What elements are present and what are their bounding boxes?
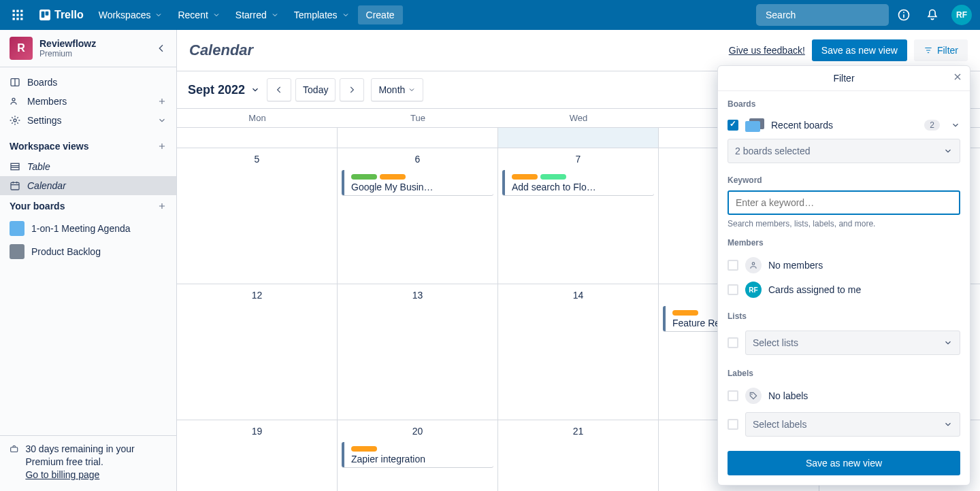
chevron-left-icon (156, 43, 167, 54)
notifications-button[interactable] (919, 4, 946, 26)
calendar-cell[interactable]: 12 (177, 284, 338, 420)
day-header: Mon (177, 109, 338, 127)
label-orange (672, 310, 698, 316)
close-icon (952, 71, 963, 82)
expand-recent-boards[interactable] (951, 120, 960, 130)
calendar-cell[interactable] (338, 128, 498, 148)
starred-menu[interactable]: Starred (229, 5, 286, 24)
search-input[interactable] (766, 10, 885, 20)
svg-rect-3 (13, 14, 15, 16)
next-button[interactable] (340, 78, 364, 101)
filter-save-view-button[interactable]: Save as new view (728, 451, 960, 475)
calendar-cell[interactable]: 7 Add search to Flo… (498, 148, 659, 284)
calendar-card[interactable]: Google My Busin… (342, 170, 493, 195)
lists-checkbox[interactable] (728, 337, 738, 348)
main-panel: Calendar Give us feedback! Save as new v… (177, 30, 980, 491)
sidebar-item-members[interactable]: Members (0, 92, 176, 111)
range-selector[interactable]: Month (371, 78, 423, 101)
sidebar-board-item[interactable]: Product Backlog (0, 240, 176, 263)
sidebar-collapse-button[interactable] (153, 40, 169, 56)
calendar-cell[interactable]: 19 (177, 420, 338, 491)
calendar-cell[interactable]: 21 (498, 420, 659, 491)
sidebar-item-boards[interactable]: Boards (0, 73, 176, 92)
filter-keyword-label: Keyword (728, 175, 960, 185)
filter-labels-label: Labels (728, 369, 960, 378)
select-labels-dropdown[interactable]: Select labels (745, 412, 960, 437)
calendar-card[interactable]: Add search to Flo… (502, 170, 654, 195)
label-orange (512, 174, 538, 180)
svg-rect-11 (46, 12, 49, 16)
chevron-down-icon (154, 11, 163, 19)
recent-boards-checkbox[interactable] (728, 120, 738, 131)
sidebar-view-table[interactable]: Table (0, 157, 176, 176)
chevron-down-icon (157, 116, 167, 125)
calendar-cell[interactable]: 20 Zapier integration (338, 420, 498, 491)
calendar-cell[interactable]: 13 (338, 284, 498, 420)
grid-icon (11, 8, 24, 22)
labels-checkbox[interactable] (728, 419, 738, 430)
day-header: Wed (498, 109, 659, 127)
plus-icon (157, 201, 167, 211)
gear-icon (10, 115, 20, 126)
add-board-button[interactable] (157, 201, 167, 211)
svg-point-16 (903, 12, 904, 13)
svg-rect-2 (20, 10, 22, 12)
svg-rect-5 (20, 14, 22, 16)
feedback-link[interactable]: Give us feedback! (729, 45, 805, 56)
no-labels-checkbox[interactable] (728, 390, 738, 401)
no-members-label: No members (768, 260, 823, 271)
person-icon (745, 257, 762, 273)
prev-button[interactable] (267, 78, 291, 101)
calendar-cell[interactable] (498, 128, 659, 148)
no-members-checkbox[interactable] (728, 260, 738, 271)
trello-logo[interactable]: Trello (33, 5, 91, 25)
search-bar[interactable] (756, 4, 889, 26)
chevron-down-icon (951, 120, 960, 130)
calendar-card[interactable]: Zapier integration (342, 442, 493, 467)
filter-button[interactable]: Filter (914, 39, 968, 61)
billing-link[interactable]: Go to billing page (25, 469, 99, 480)
workspace-views-heading: Workspace views (0, 135, 176, 157)
recent-menu[interactable]: Recent (171, 5, 227, 24)
plus-icon (157, 97, 167, 106)
your-boards-heading: Your boards (0, 195, 176, 217)
svg-rect-24 (11, 182, 19, 190)
filter-panel-header: Filter (718, 66, 970, 91)
svg-rect-4 (16, 14, 18, 16)
user-avatar-small: RF (745, 282, 762, 298)
save-view-button[interactable]: Save as new view (812, 39, 907, 61)
sidebar-item-settings[interactable]: Settings (0, 111, 176, 130)
plus-icon (157, 141, 167, 151)
today-button[interactable]: Today (295, 78, 336, 101)
workspaces-menu[interactable]: Workspaces (92, 5, 170, 24)
user-avatar[interactable]: RF (951, 5, 972, 25)
calendar-cell[interactable] (177, 128, 338, 148)
close-button[interactable] (952, 71, 963, 82)
add-view-button[interactable] (157, 141, 167, 151)
svg-point-19 (12, 98, 15, 101)
board-swatch-icon (10, 221, 24, 236)
chevron-down-icon (943, 146, 953, 156)
settings-expand-button[interactable] (157, 116, 167, 125)
select-lists-dropdown[interactable]: Select lists (745, 331, 960, 355)
chevron-down-icon (943, 420, 953, 429)
boards-selected-dropdown[interactable]: 2 boards selected (728, 139, 960, 163)
add-member-button[interactable] (157, 97, 167, 106)
calendar-cell[interactable]: 6 Google My Busin… (338, 148, 498, 284)
templates-menu[interactable]: Templates (287, 5, 357, 24)
sidebar-view-calendar[interactable]: Calendar (0, 176, 176, 195)
month-selector[interactable]: Sept 2022 (188, 83, 260, 97)
svg-rect-6 (13, 18, 15, 20)
sidebar-board-item[interactable]: 1-on-1 Meeting Agenda (0, 217, 176, 240)
calendar-cell[interactable]: 5 (177, 148, 338, 284)
filter-boards-label: Boards (728, 99, 960, 109)
create-button[interactable]: Create (358, 5, 403, 24)
info-button[interactable] (890, 4, 917, 26)
svg-rect-8 (20, 18, 22, 20)
briefcase-icon (10, 443, 18, 455)
calendar-cell[interactable]: 14 (498, 284, 659, 420)
keyword-input[interactable] (728, 190, 960, 215)
assigned-to-me-checkbox[interactable] (728, 284, 738, 295)
chevron-left-icon (274, 85, 284, 95)
app-switcher-button[interactable] (4, 4, 31, 26)
